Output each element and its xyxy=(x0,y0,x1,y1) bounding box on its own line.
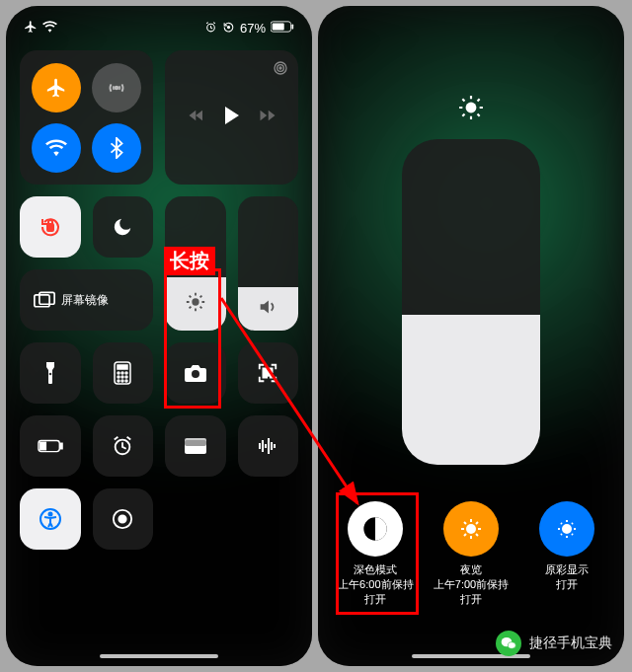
bluetooth-toggle[interactable] xyxy=(92,123,141,173)
phone-left: 67% xyxy=(6,6,312,666)
svg-point-42 xyxy=(466,103,477,113)
screen-record-button[interactable] xyxy=(93,488,154,550)
svg-point-39 xyxy=(48,513,51,516)
flashlight-button[interactable] xyxy=(20,342,81,404)
battery-icon xyxy=(271,21,294,36)
home-indicator[interactable] xyxy=(100,654,218,658)
airplane-icon xyxy=(24,20,38,37)
cellular-toggle[interactable] xyxy=(92,63,141,112)
svg-point-44 xyxy=(466,524,476,534)
watermark: 捷径手机宝典 xyxy=(496,631,612,656)
svg-rect-26 xyxy=(264,368,268,372)
phone-right: 深色模式上午6:00前保持 打开 夜览上午7:00前保持 打开 原彩显示打开 xyxy=(318,6,624,666)
svg-point-18 xyxy=(125,372,127,374)
svg-point-22 xyxy=(118,380,119,382)
alarm-status-icon xyxy=(204,21,217,37)
qr-scanner-button[interactable] xyxy=(238,342,299,404)
svg-point-24 xyxy=(125,380,127,382)
battery-text: 67% xyxy=(240,21,266,36)
wifi-toggle[interactable] xyxy=(32,123,81,173)
svg-rect-30 xyxy=(271,376,273,378)
dark-mode-subtitle: 上午6:00前保持 打开 xyxy=(338,578,413,605)
svg-rect-37 xyxy=(185,440,206,446)
low-power-button[interactable] xyxy=(20,415,81,477)
svg-rect-33 xyxy=(60,443,62,449)
calculator-button[interactable] xyxy=(93,342,154,404)
rotation-lock-toggle[interactable] xyxy=(20,196,81,258)
dark-mode-button[interactable]: 深色模式上午6:00前保持 打开 xyxy=(331,501,420,607)
svg-point-48 xyxy=(508,642,515,649)
svg-rect-32 xyxy=(40,442,46,449)
sound-recognition-button[interactable] xyxy=(238,415,299,477)
svg-point-41 xyxy=(119,515,126,522)
prev-track-icon[interactable] xyxy=(188,109,205,126)
accessibility-button[interactable] xyxy=(20,488,81,550)
speaker-icon xyxy=(257,296,278,322)
play-icon[interactable] xyxy=(223,106,241,129)
rotation-status-icon xyxy=(222,21,235,37)
airplay-icon[interactable] xyxy=(273,60,288,80)
true-tone-button[interactable]: 原彩显示打开 xyxy=(522,501,611,607)
night-shift-title: 夜览 xyxy=(460,563,482,575)
camera-button[interactable] xyxy=(165,342,226,404)
svg-point-19 xyxy=(118,376,119,378)
svg-point-23 xyxy=(121,380,123,382)
screen-mirroring-label: 屏幕镜像 xyxy=(61,292,109,309)
wifi-status-icon xyxy=(42,21,57,36)
svg-point-25 xyxy=(192,370,199,378)
svg-rect-3 xyxy=(273,24,284,31)
svg-point-21 xyxy=(125,376,127,378)
sun-icon xyxy=(185,291,206,317)
screen-mirroring-button[interactable]: 屏幕镜像 xyxy=(20,269,153,331)
svg-point-16 xyxy=(118,372,119,374)
svg-point-10 xyxy=(192,298,198,305)
status-bar: 67% xyxy=(6,6,312,40)
svg-rect-9 xyxy=(47,224,53,231)
svg-point-20 xyxy=(121,376,123,378)
svg-rect-15 xyxy=(118,365,127,369)
svg-point-8 xyxy=(279,67,281,69)
do-not-disturb-toggle[interactable] xyxy=(93,196,154,258)
svg-point-1 xyxy=(227,26,229,28)
svg-rect-27 xyxy=(269,368,273,372)
wechat-icon xyxy=(496,631,521,656)
next-track-icon[interactable] xyxy=(259,109,276,126)
volume-slider[interactable] xyxy=(238,196,299,331)
svg-point-45 xyxy=(563,525,571,533)
night-shift-button[interactable]: 夜览上午7:00前保持 打开 xyxy=(427,501,515,607)
watermark-text: 捷径手机宝典 xyxy=(529,635,612,652)
media-controls[interactable] xyxy=(165,50,298,185)
connectivity-group[interactable] xyxy=(20,50,153,185)
svg-point-5 xyxy=(115,86,118,89)
true-tone-subtitle: 打开 xyxy=(556,578,578,590)
svg-rect-4 xyxy=(291,24,293,29)
wallet-button[interactable] xyxy=(165,415,226,477)
true-tone-title: 原彩显示 xyxy=(545,563,589,575)
alarm-button[interactable] xyxy=(93,415,154,477)
dark-mode-title: 深色模式 xyxy=(354,563,397,575)
svg-point-13 xyxy=(48,373,51,376)
night-shift-subtitle: 上午7:00前保持 打开 xyxy=(434,578,509,605)
svg-rect-28 xyxy=(264,374,268,378)
annotation-label: 长按 xyxy=(164,247,215,275)
brightness-slider-expanded[interactable] xyxy=(402,139,540,465)
svg-point-17 xyxy=(121,372,123,374)
sun-header-icon xyxy=(458,95,484,124)
airplane-toggle[interactable] xyxy=(32,63,81,112)
